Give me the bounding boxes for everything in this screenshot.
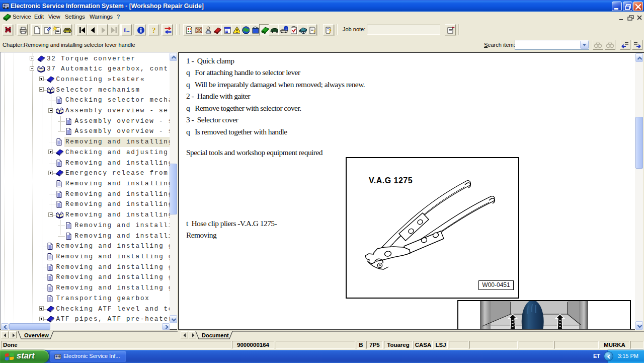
svg-text:?: ? (329, 28, 332, 35)
svg-text:t..: t.. (124, 26, 130, 34)
svg-text:?: ? (152, 26, 156, 34)
svg-text:?: ? (313, 28, 316, 34)
